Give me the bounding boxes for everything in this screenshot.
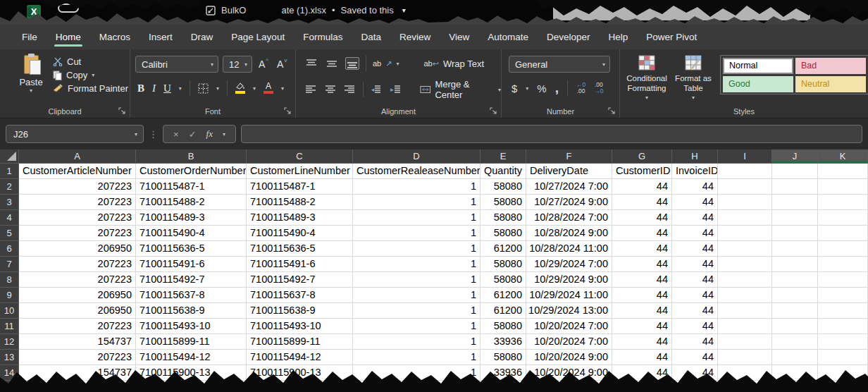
cell-K13[interactable] bbox=[818, 350, 868, 365]
row-header-11[interactable]: 11 bbox=[0, 319, 19, 334]
cell-D1[interactable]: CustomerRealeaseNumber bbox=[353, 164, 480, 179]
cell-A14[interactable]: 154737 bbox=[19, 365, 136, 381]
cell-B8[interactable]: 7100115492-7 bbox=[136, 272, 247, 288]
cell-K1[interactable] bbox=[818, 164, 868, 179]
cell-F11[interactable]: 10/20/2024 7:00 bbox=[526, 319, 612, 334]
cell-C9[interactable]: 7100115637-8 bbox=[247, 288, 353, 303]
cell-J11[interactable] bbox=[772, 319, 818, 334]
column-header-H[interactable]: H bbox=[672, 149, 718, 164]
cell-H3[interactable]: 44 bbox=[672, 195, 718, 210]
name-box[interactable]: J26 ▾ bbox=[6, 125, 144, 143]
cell-A12[interactable]: 154737 bbox=[19, 334, 136, 350]
cell-I8[interactable] bbox=[718, 272, 772, 288]
paste-button[interactable]: Paste ▾ bbox=[16, 55, 46, 107]
cell-C6[interactable]: 7100115636-5 bbox=[247, 241, 353, 257]
underline-button[interactable]: U bbox=[163, 82, 171, 94]
cut-button[interactable]: Cut bbox=[53, 56, 128, 67]
cell-C11[interactable]: 7100115493-10 bbox=[247, 319, 353, 334]
row-header-10[interactable]: 10 bbox=[0, 303, 19, 319]
cell-H4[interactable]: 44 bbox=[672, 210, 718, 226]
menu-tab-developer[interactable]: Developer bbox=[538, 25, 600, 49]
borders-chevron-icon[interactable]: ▾ bbox=[216, 85, 219, 92]
cell-A3[interactable]: 207223 bbox=[19, 195, 136, 210]
cell-I11[interactable] bbox=[718, 319, 772, 334]
cell-C4[interactable]: 7100115489-3 bbox=[247, 210, 353, 226]
cell-D14[interactable]: 1 bbox=[353, 365, 480, 381]
cell-D10[interactable]: 1 bbox=[353, 303, 480, 319]
search-bar[interactable] bbox=[553, 4, 810, 20]
cell-J14[interactable] bbox=[772, 365, 818, 381]
cancel-icon[interactable]: × bbox=[173, 129, 179, 140]
cell-B13[interactable]: 7100115494-12 bbox=[136, 350, 247, 365]
cell-G9[interactable]: 44 bbox=[612, 288, 672, 303]
comma-style-button[interactable]: , bbox=[555, 85, 559, 92]
cell-D3[interactable]: 1 bbox=[353, 195, 480, 210]
currency-chevron-icon[interactable]: ▾ bbox=[526, 85, 528, 92]
cell-A7[interactable]: 207223 bbox=[19, 257, 136, 272]
menu-tab-view[interactable]: View bbox=[440, 25, 478, 49]
font-color-chevron-icon[interactable]: ▾ bbox=[281, 85, 284, 92]
cell-C3[interactable]: 7100115488-2 bbox=[247, 195, 353, 210]
conditional-formatting-button[interactable]: Conditional Formatting ▾ bbox=[624, 55, 669, 103]
cell-K14[interactable] bbox=[818, 365, 868, 381]
cell-F14[interactable]: 10/20/2024 9:00 bbox=[526, 365, 612, 381]
cell-C7[interactable]: 7100115491-6 bbox=[247, 257, 353, 272]
cell-K8[interactable] bbox=[818, 272, 868, 288]
cell-E10[interactable]: 61200 bbox=[480, 303, 526, 319]
cell-G14[interactable]: 44 bbox=[612, 365, 672, 381]
cell-style-neutral[interactable]: Neutral bbox=[795, 76, 866, 92]
cell-J3[interactable] bbox=[772, 195, 818, 210]
menu-tab-file[interactable]: File bbox=[13, 25, 46, 49]
cell-H10[interactable]: 44 bbox=[672, 303, 718, 319]
copy-button[interactable]: Copy ▾ bbox=[53, 70, 128, 80]
cell-A11[interactable]: 207223 bbox=[19, 319, 136, 334]
row-header-5[interactable]: 5 bbox=[0, 226, 19, 241]
row-header-3[interactable]: 3 bbox=[0, 195, 19, 210]
cell-style-good[interactable]: Good bbox=[723, 76, 793, 92]
cell-D9[interactable]: 1 bbox=[353, 288, 480, 303]
cell-G13[interactable]: 44 bbox=[612, 350, 672, 365]
font-color-button[interactable]: A bbox=[264, 82, 273, 94]
row-header-6[interactable]: 6 bbox=[0, 241, 19, 257]
cell-F13[interactable]: 10/20/2024 9:00 bbox=[526, 350, 612, 365]
cell-D5[interactable]: 1 bbox=[353, 226, 480, 241]
fill-color-chevron-icon[interactable]: ▾ bbox=[253, 85, 256, 92]
wrap-text-button[interactable]: ab↩ Wrap Text bbox=[423, 59, 484, 69]
cell-C13[interactable]: 7100115494-12 bbox=[247, 350, 353, 365]
cell-Dx[interactable] bbox=[353, 381, 480, 392]
cell-H14[interactable]: 44 bbox=[672, 365, 718, 381]
cell-C5[interactable]: 7100115490-4 bbox=[247, 226, 353, 241]
format-painter-button[interactable]: Format Painter bbox=[53, 83, 128, 94]
cell-F2[interactable]: 10/27/2024 7:00 bbox=[526, 179, 612, 195]
cell-K6[interactable] bbox=[818, 241, 868, 257]
cell-A5[interactable]: 207223 bbox=[19, 226, 136, 241]
align-center-button[interactable] bbox=[324, 83, 337, 96]
borders-icon[interactable] bbox=[198, 83, 209, 94]
cell-Hx[interactable] bbox=[672, 381, 718, 392]
cell-B1[interactable]: CustomerOrderNumber bbox=[136, 164, 247, 179]
enter-check-icon[interactable]: ✓ bbox=[189, 129, 197, 140]
cell-H9[interactable]: 44 bbox=[672, 288, 718, 303]
cell-I10[interactable] bbox=[718, 303, 772, 319]
cell-A1[interactable]: CustomerArticleNumber bbox=[19, 164, 136, 179]
font-dialog-launcher-icon[interactable] bbox=[284, 107, 292, 115]
cell-F10[interactable]: 10/29/2024 13:00 bbox=[526, 303, 612, 319]
alignment-dialog-launcher-icon[interactable] bbox=[490, 107, 497, 115]
cell-H7[interactable]: 44 bbox=[672, 257, 718, 272]
cell-G6[interactable]: 44 bbox=[612, 241, 672, 257]
cell-K3[interactable] bbox=[818, 195, 868, 210]
cell-C1[interactable]: CustomerLineNumber bbox=[247, 164, 353, 179]
cell-A9[interactable]: 206950 bbox=[19, 288, 136, 303]
cell-A8[interactable]: 207223 bbox=[19, 272, 136, 288]
menu-tab-formulas[interactable]: Formulas bbox=[294, 25, 352, 49]
cell-H11[interactable]: 44 bbox=[672, 319, 718, 334]
cell-E1[interactable]: Quantity bbox=[480, 164, 526, 179]
underline-chevron-icon[interactable]: ▾ bbox=[179, 85, 182, 92]
cell-E6[interactable]: 61200 bbox=[480, 241, 526, 257]
cell-E12[interactable]: 33936 bbox=[480, 334, 526, 350]
row-header-2[interactable]: 2 bbox=[0, 179, 19, 195]
cell-style-normal[interactable]: Normal bbox=[723, 58, 793, 74]
cell-B7[interactable]: 7100115491-6 bbox=[136, 257, 247, 272]
cell-D2[interactable]: 1 bbox=[353, 179, 480, 195]
cell-G5[interactable]: 44 bbox=[612, 226, 672, 241]
